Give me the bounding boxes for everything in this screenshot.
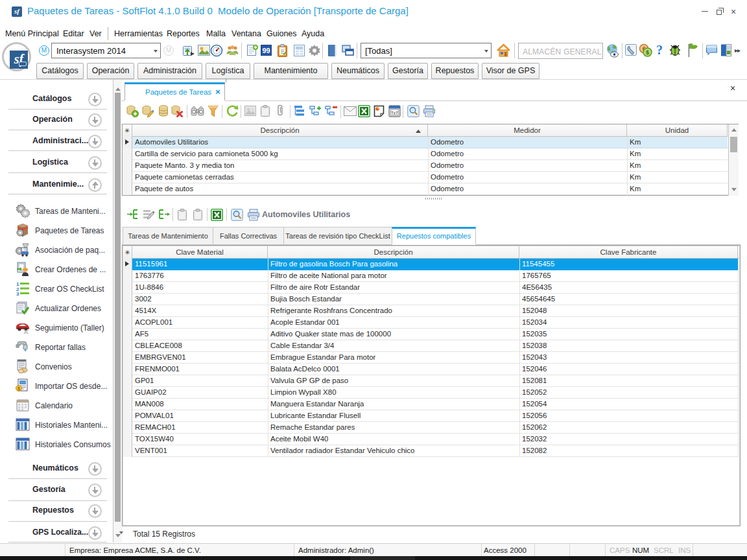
svg-text:$: $ [18,386,20,391]
svg-text:$: $ [646,49,649,56]
svg-text:TxT: TxT [391,111,398,115]
svg-text:3: 3 [16,291,19,296]
